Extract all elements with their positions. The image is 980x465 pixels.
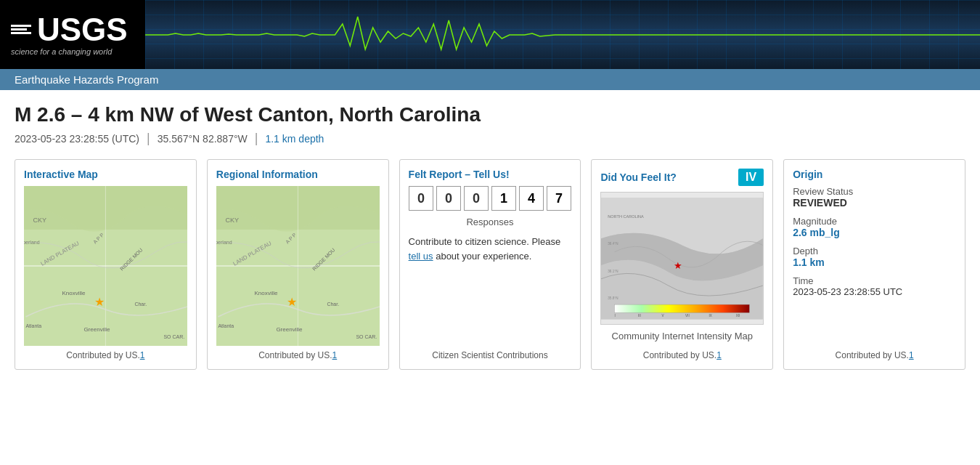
svg-text:mberland: mberland — [216, 240, 232, 245]
svg-text:Atlanta: Atlanta — [25, 323, 41, 328]
program-label: Earthquake Hazards Program — [15, 73, 158, 86]
depth-value: 1.1 km — [793, 256, 956, 268]
svg-text:mberland: mberland — [24, 240, 40, 245]
regional-info-footer: Contributed by US.1 — [216, 346, 380, 360]
seismograph-wave — [145, 0, 980, 69]
regional-info-card: Regional Information CKY mberland LAND P… — [207, 159, 389, 370]
earthquake-meta: 2023-05-23 23:28:55 (UTC) | 35.567°N 82.… — [15, 131, 965, 146]
svg-text:Char.: Char. — [327, 302, 339, 307]
usgs-tagline: science for a changing world — [11, 47, 112, 56]
svg-text:★: ★ — [287, 296, 297, 308]
regional-info-link[interactable]: Regional Information — [216, 169, 380, 180]
felt-num-2: 0 — [464, 186, 489, 211]
svg-text:CKY: CKY — [33, 217, 46, 224]
svg-text:35.8°N: 35.8°N — [608, 296, 618, 299]
regional-info-image: CKY mberland LAND PLATEAU A P P RIDGE MO… — [216, 186, 380, 346]
svg-text:★: ★ — [674, 259, 683, 270]
felt-text: Contribute to citizen science. Please te… — [409, 235, 572, 263]
felt-text-after: about your experience. — [433, 251, 532, 262]
felt-report-footer: Citizen Scientist Contributions — [409, 346, 572, 360]
dyfi-link[interactable]: Did You Feel It? — [600, 171, 677, 183]
dyfi-header: Did You Feel It? IV — [600, 169, 764, 186]
interactive-map-footer: Contributed by US.1 — [24, 346, 187, 360]
svg-text:36.4°N: 36.4°N — [608, 242, 618, 246]
origin-time: Time 2023-05-23 23:28:55 UTC — [793, 275, 956, 297]
depth-label: Depth — [793, 246, 956, 256]
usgs-logo: USGS science for a changing world — [0, 0, 145, 69]
dyfi-caption: Community Internet Intensity Map — [600, 331, 764, 341]
meta-sep-2: | — [255, 131, 258, 146]
dyfi-footnote-link[interactable]: 1 — [716, 350, 722, 360]
origin-footnote-link[interactable]: 1 — [909, 350, 914, 360]
origin-depth: Depth 1.1 km — [793, 246, 956, 268]
felt-num-3: 1 — [491, 186, 516, 211]
svg-text:36.1°N: 36.1°N — [608, 269, 618, 272]
felt-num-4: 4 — [519, 186, 544, 211]
felt-report-link[interactable]: Felt Report – Tell Us! — [409, 169, 572, 180]
usgs-logo-text: USGS — [37, 14, 128, 46]
svg-text:Greenville: Greenville — [83, 326, 110, 333]
dyfi-footer: Contributed by US.1 — [600, 346, 764, 360]
interactive-map-image: CKY mberland LAND PLATEAU A P P RIDGE MO… — [24, 186, 187, 346]
svg-text:Greenville: Greenville — [276, 326, 303, 333]
svg-text:Knoxville: Knoxville — [62, 290, 86, 296]
review-status-label: Review Status — [793, 186, 956, 197]
felt-num-0: 0 — [409, 186, 433, 211]
felt-tell-us-link[interactable]: tell us — [409, 251, 433, 262]
time-label: Time — [793, 275, 956, 286]
svg-text:III: III — [638, 313, 641, 317]
felt-report-card: Felt Report – Tell Us! 0 0 0 1 4 7 Respo… — [399, 159, 581, 370]
dyfi-image: NORTH CAROLINA 35.8°N 36.1°N 36.4°N ★ — [600, 192, 764, 325]
felt-responses-label: Responses — [409, 217, 572, 227]
meta-sep-1: | — [147, 131, 150, 146]
svg-text:★: ★ — [94, 296, 105, 308]
svg-text:XII: XII — [736, 313, 740, 317]
magnitude-label: Magnitude — [793, 216, 956, 227]
svg-text:VII: VII — [685, 313, 690, 317]
origin-link[interactable]: Origin — [793, 169, 956, 180]
main-content: M 2.6 – 4 km NW of West Canton, North Ca… — [0, 90, 980, 377]
program-header: Earthquake Hazards Program — [0, 69, 980, 90]
svg-text:SO CAR.: SO CAR. — [163, 334, 184, 339]
svg-text:SO CAR.: SO CAR. — [356, 334, 377, 339]
svg-text:I: I — [615, 313, 616, 317]
svg-text:Knoxville: Knoxville — [254, 290, 278, 296]
dyfi-badge: IV — [738, 169, 764, 186]
cards-row: Interactive Map CKY mberland LAND — [15, 159, 965, 370]
felt-num-1: 0 — [436, 186, 461, 211]
earthquake-depth-link[interactable]: 1.1 km depth — [265, 133, 324, 145]
svg-text:IX: IX — [709, 313, 712, 317]
page-header: USGS science for a changing world — [0, 0, 980, 69]
review-status-value: REVIEWED — [793, 197, 956, 209]
origin-footer: Contributed by US.1 — [793, 346, 956, 360]
origin-card: Origin Review Status REVIEWED Magnitude … — [783, 159, 965, 370]
interactive-map-footnote-link[interactable]: 1 — [140, 350, 145, 360]
magnitude-value: 2.6 mb_lg — [793, 227, 956, 238]
svg-text:Atlanta: Atlanta — [218, 323, 234, 328]
svg-text:CKY: CKY — [225, 217, 239, 224]
interactive-map-card: Interactive Map CKY mberland LAND — [15, 159, 197, 370]
origin-magnitude: Magnitude 2.6 mb_lg — [793, 216, 956, 238]
interactive-map-link[interactable]: Interactive Map — [24, 169, 187, 180]
svg-text:NORTH CAROLINA: NORTH CAROLINA — [608, 214, 645, 219]
time-value: 2023-05-23 23:28:55 UTC — [793, 286, 956, 297]
dyfi-card: Did You Feel It? IV NORTH CAROLINA 35.8°… — [591, 159, 773, 370]
earthquake-coordinates: 35.567°N 82.887°W — [158, 133, 248, 145]
svg-text:Char.: Char. — [134, 302, 147, 307]
logo-stripes-icon — [11, 25, 31, 34]
earthquake-datetime: 2023-05-23 23:28:55 (UTC) — [15, 133, 139, 145]
felt-num-5: 7 — [547, 186, 571, 211]
origin-review-status: Review Status REVIEWED — [793, 186, 956, 209]
regional-info-footnote-link[interactable]: 1 — [332, 350, 338, 360]
earthquake-title: M 2.6 – 4 km NW of West Canton, North Ca… — [15, 103, 965, 126]
felt-numbers: 0 0 0 1 4 7 — [409, 186, 572, 211]
wave-svg — [145, 13, 980, 57]
svg-rect-38 — [615, 304, 750, 312]
felt-text-before: Contribute to citizen science. Please — [409, 236, 561, 247]
